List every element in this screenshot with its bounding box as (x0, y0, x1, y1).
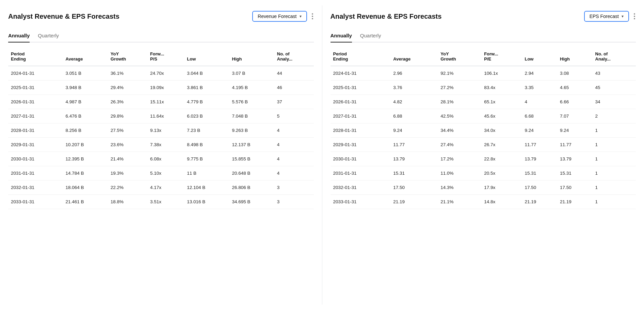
cell-r8-c1: 17.50 (390, 180, 438, 195)
cell-r7-c6: 1 (593, 166, 636, 180)
dropdown-label: Revenue Forecast (258, 14, 296, 19)
cell-r9-c5: 21.19 (557, 195, 593, 209)
cell-r2-c2: 26.3% (108, 95, 147, 109)
cell-r5-c0: 2029-01-31 (331, 138, 391, 152)
cell-r9-c1: 21.19 (390, 195, 438, 209)
table-row: 2032-01-3117.5014.3%17.9x17.5017.501 (331, 180, 636, 195)
cell-r3-c5: 7.07 (557, 109, 593, 123)
table-row: 2027-01-316.476 B29.8%11.64x6.023 B7.048… (8, 109, 314, 123)
cell-r5-c3: 26.7x (481, 138, 522, 152)
page-wrapper: Analyst Revenue & EPS ForecastsRevenue F… (0, 0, 644, 310)
cell-r6-c5: 13.79 (557, 152, 593, 166)
cell-r7-c0: 2031-01-31 (331, 166, 391, 180)
tab-quarterly[interactable]: Quarterly (360, 30, 381, 42)
cell-r4-c6: 1 (593, 123, 636, 138)
cell-r4-c0: 2028-01-31 (331, 123, 391, 138)
chevron-down-icon: ▾ (300, 14, 302, 19)
cell-r9-c2: 21.1% (438, 195, 481, 209)
data-table: PeriodEndingAverageYoYGrowthForw...P/SLo… (8, 48, 314, 209)
cell-r8-c2: 14.3% (438, 180, 481, 195)
table-row: 2031-01-3115.3111.0%20.5x15.3115.311 (331, 166, 636, 180)
table-row: 2028-01-318.256 B27.5%9.13x7.23 B9.263 B… (8, 123, 314, 138)
panel-eps: Analyst Revenue & EPS ForecastsEPS Forec… (322, 5, 644, 305)
cell-r7-c6: 4 (274, 166, 314, 180)
col-header-1: Average (63, 48, 108, 66)
cell-r5-c0: 2029-01-31 (8, 138, 63, 152)
cell-r6-c0: 2030-01-31 (8, 152, 63, 166)
eps-forecast-dropdown[interactable]: EPS Forecast▾ (584, 11, 629, 22)
col-header-2: YoYGrowth (108, 48, 147, 66)
more-options-button[interactable] (633, 12, 636, 21)
cell-r5-c1: 10.207 B (63, 138, 108, 152)
cell-r9-c5: 34.695 B (229, 195, 274, 209)
cell-r9-c0: 2033-01-31 (8, 195, 63, 209)
col-header-1: Average (390, 48, 438, 66)
cell-r0-c3: 24.70x (147, 66, 184, 81)
cell-r0-c6: 43 (593, 66, 636, 81)
data-table: PeriodEndingAverageYoYGrowthForw...P/ELo… (331, 48, 636, 209)
cell-r8-c1: 18.064 B (63, 180, 108, 195)
cell-r3-c6: 5 (274, 109, 314, 123)
cell-r8-c5: 17.50 (557, 180, 593, 195)
cell-r1-c4: 3.35 (522, 81, 557, 95)
table-row: 2032-01-3118.064 B22.2%4.17x12.104 B26.8… (8, 180, 314, 195)
col-header-6: No. ofAnaly... (593, 48, 636, 66)
cell-r1-c6: 46 (274, 81, 314, 95)
tab-quarterly[interactable]: Quarterly (38, 30, 59, 42)
table-row: 2033-01-3121.1921.1%14.8x21.1921.191 (331, 195, 636, 209)
cell-r7-c4: 11 B (184, 166, 229, 180)
col-header-4: Low (522, 48, 557, 66)
table-row: 2028-01-319.2434.4%34.0x9.249.241 (331, 123, 636, 138)
revenue-forecast-dropdown[interactable]: Revenue Forecast▾ (252, 11, 307, 22)
tab-annually[interactable]: Annually (8, 30, 30, 42)
panel-title: Analyst Revenue & EPS Forecasts (331, 13, 580, 20)
cell-r9-c6: 3 (274, 195, 314, 209)
cell-r4-c3: 9.13x (147, 123, 184, 138)
cell-r2-c1: 4.82 (390, 95, 438, 109)
cell-r4-c5: 9.263 B (229, 123, 274, 138)
cell-r6-c0: 2030-01-31 (331, 152, 391, 166)
cell-r1-c2: 27.2% (438, 81, 481, 95)
table-row: 2025-01-313.7627.2%83.4x3.354.6545 (331, 81, 636, 95)
cell-r6-c4: 13.79 (522, 152, 557, 166)
cell-r3-c4: 6.68 (522, 109, 557, 123)
cell-r0-c2: 36.1% (108, 66, 147, 81)
col-header-2: YoYGrowth (438, 48, 481, 66)
cell-r1-c4: 3.861 B (184, 81, 229, 95)
cell-r4-c6: 4 (274, 123, 314, 138)
cell-r4-c1: 8.256 B (63, 123, 108, 138)
cell-r0-c0: 2024-01-31 (8, 66, 63, 81)
cell-r1-c1: 3.948 B (63, 81, 108, 95)
table-row: 2024-01-312.9692.1%106.1x2.943.0843 (331, 66, 636, 81)
cell-r3-c3: 45.6x (481, 109, 522, 123)
cell-r2-c2: 28.1% (438, 95, 481, 109)
col-header-0: PeriodEnding (331, 48, 391, 66)
col-header-6: No. ofAnaly... (274, 48, 314, 66)
cell-r4-c5: 9.24 (557, 123, 593, 138)
cell-r7-c5: 20.648 B (229, 166, 274, 180)
cell-r8-c5: 26.806 B (229, 180, 274, 195)
more-options-button[interactable] (311, 12, 314, 21)
cell-r3-c2: 42.5% (438, 109, 481, 123)
tab-annually[interactable]: Annually (331, 30, 352, 42)
cell-r5-c5: 11.77 (557, 138, 593, 152)
cell-r9-c3: 14.8x (481, 195, 522, 209)
cell-r3-c4: 6.023 B (184, 109, 229, 123)
col-header-0: PeriodEnding (8, 48, 63, 66)
cell-r0-c2: 92.1% (438, 66, 481, 81)
table-row: 2027-01-316.8842.5%45.6x6.687.072 (331, 109, 636, 123)
col-header-3: Forw...P/S (147, 48, 184, 66)
cell-r7-c1: 15.31 (390, 166, 438, 180)
cell-r2-c3: 65.1x (481, 95, 522, 109)
cell-r5-c4: 11.77 (522, 138, 557, 152)
tabs: AnnuallyQuarterly (331, 30, 636, 42)
cell-r8-c4: 12.104 B (184, 180, 229, 195)
cell-r5-c6: 1 (593, 138, 636, 152)
cell-r2-c3: 15.11x (147, 95, 184, 109)
cell-r8-c3: 4.17x (147, 180, 184, 195)
dropdown-label: EPS Forecast (590, 14, 619, 19)
cell-r3-c5: 7.048 B (229, 109, 274, 123)
cell-r8-c6: 3 (274, 180, 314, 195)
cell-r5-c5: 12.137 B (229, 138, 274, 152)
table-row: 2029-01-3111.7727.4%26.7x11.7711.771 (331, 138, 636, 152)
